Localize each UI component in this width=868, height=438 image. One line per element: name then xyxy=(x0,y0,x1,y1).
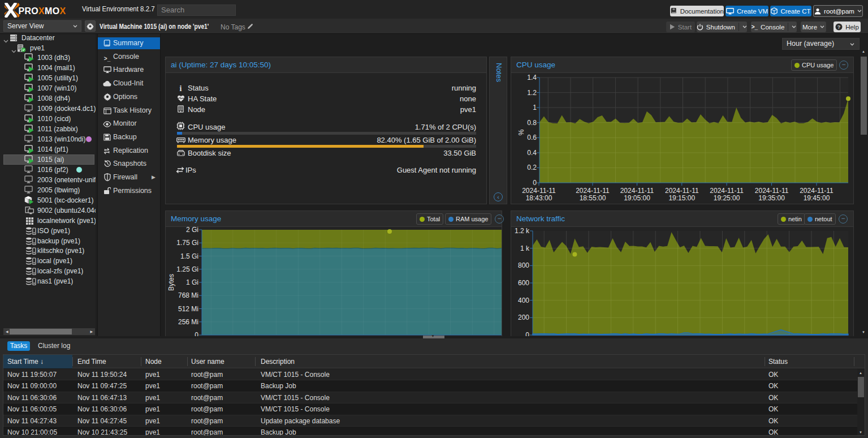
svg-text:18:43:00: 18:43:00 xyxy=(526,194,552,202)
svg-text:1 Gi: 1 Gi xyxy=(186,278,198,286)
svg-text:2024-11-11: 2024-11-11 xyxy=(665,187,699,195)
svg-text:PROXMOX: PROXMOX xyxy=(19,6,66,16)
svg-text:0.8: 0.8 xyxy=(527,119,537,127)
svg-text:2024-11-11: 2024-11-11 xyxy=(522,187,556,195)
svg-text:?: ? xyxy=(837,24,841,30)
svg-text:18:55:00: 18:55:00 xyxy=(580,194,606,202)
svg-text:512 Mi: 512 Mi xyxy=(178,305,198,313)
svg-text:400: 400 xyxy=(518,297,529,304)
svg-text:19:45:00: 19:45:00 xyxy=(804,194,830,202)
svg-text:1.2 k: 1.2 k xyxy=(515,227,530,235)
svg-text:0.2: 0.2 xyxy=(527,164,537,171)
svg-text:2024-11-11: 2024-11-11 xyxy=(755,187,789,195)
svg-text:19:15:00: 19:15:00 xyxy=(668,194,695,202)
svg-text:2024-11-11: 2024-11-11 xyxy=(710,187,744,195)
svg-text:1 k: 1 k xyxy=(520,244,530,252)
svg-text:1.75 Gi: 1.75 Gi xyxy=(176,239,198,247)
svg-text:19:25:00: 19:25:00 xyxy=(714,194,740,202)
svg-text:256 Mi: 256 Mi xyxy=(178,318,198,326)
svg-text:1.2: 1.2 xyxy=(527,89,537,97)
svg-text:200: 200 xyxy=(518,314,529,321)
svg-text:19:05:00: 19:05:00 xyxy=(624,194,650,202)
svg-text:1.25 Gi: 1.25 Gi xyxy=(176,265,198,273)
svg-text:0: 0 xyxy=(525,331,529,336)
svg-text:0.4: 0.4 xyxy=(527,149,537,157)
svg-text:Bytes: Bytes xyxy=(167,274,175,291)
svg-text:2024-11-11: 2024-11-11 xyxy=(800,187,834,195)
svg-text:1: 1 xyxy=(533,104,537,111)
svg-text:2024-11-11: 2024-11-11 xyxy=(620,187,654,195)
svg-text:%: % xyxy=(517,129,525,135)
svg-text:19:35:00: 19:35:00 xyxy=(758,194,785,202)
svg-text:0.6: 0.6 xyxy=(527,134,537,141)
svg-text:1.5 Gi: 1.5 Gi xyxy=(180,252,198,260)
svg-text:2 Gi: 2 Gi xyxy=(186,227,198,234)
svg-text:1.4: 1.4 xyxy=(527,74,537,81)
svg-text:0: 0 xyxy=(533,179,537,187)
svg-text:800: 800 xyxy=(518,261,529,269)
svg-text:768 Mi: 768 Mi xyxy=(178,291,198,299)
svg-text:600: 600 xyxy=(518,279,529,287)
svg-text:0: 0 xyxy=(195,331,198,336)
svg-text:2024-11-11: 2024-11-11 xyxy=(576,187,610,195)
